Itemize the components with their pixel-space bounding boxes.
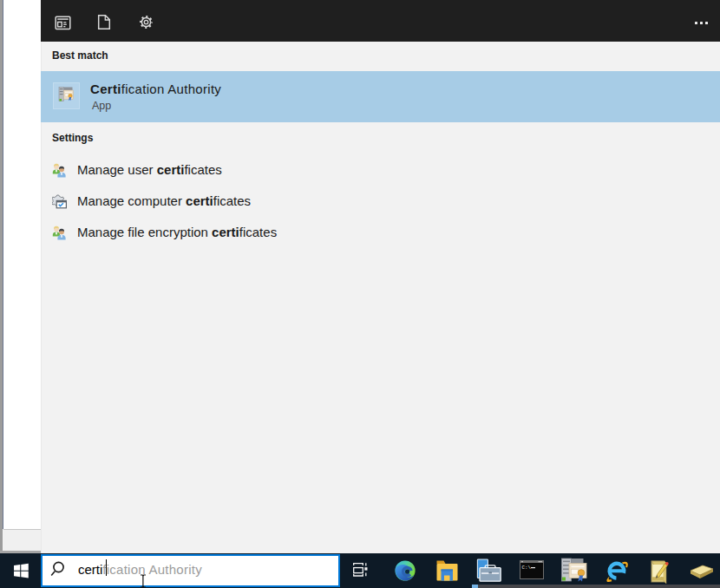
svg-text:C:\: C:\ [522,565,532,571]
